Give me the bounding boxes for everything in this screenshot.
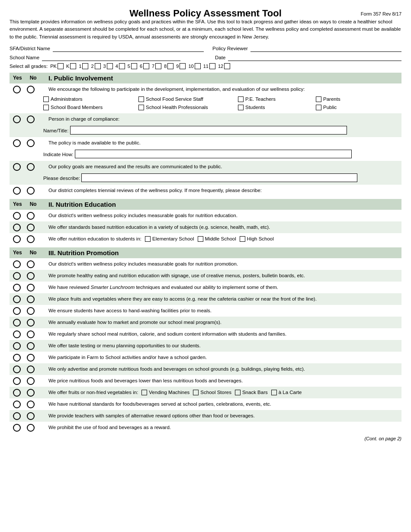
check-middle[interactable]: Middle School [198, 235, 236, 243]
s1r4-no-radio[interactable] [27, 163, 35, 171]
s3r10-yes-radio[interactable] [13, 365, 21, 373]
s1r5-yes-radio[interactable] [13, 187, 21, 195]
grade-7[interactable]: 7 [152, 63, 162, 69]
s3r7-text: We regularly share school meal nutrition… [48, 330, 398, 338]
indicate-how-input[interactable] [75, 150, 352, 158]
s3r7-yes-radio[interactable] [13, 330, 21, 338]
s2r3-text: We offer nutrition education to students… [48, 235, 141, 243]
grade-2[interactable]: 2 [91, 63, 101, 69]
s3r4-yes-radio[interactable] [13, 295, 21, 303]
s2r3-no-radio[interactable] [27, 235, 35, 243]
sfa-input[interactable] [53, 45, 204, 52]
sfa-label: SFA/District Name [10, 46, 50, 51]
s3r2-yes-radio[interactable] [13, 272, 21, 280]
check-administrators[interactable]: Administrators [43, 96, 138, 102]
s2r2-yes-radio[interactable] [13, 224, 21, 231]
s3r9-yes-radio[interactable] [13, 354, 21, 362]
s3-row14: We provide teachers with samples of alte… [10, 410, 401, 422]
s3-row12: We offer fruits or non-fried vegetables … [10, 387, 401, 398]
policy-reviewer-label: Policy Reviewer [212, 46, 248, 51]
intro-text: This template provides information on we… [10, 18, 401, 41]
s2r2-no-radio[interactable] [27, 224, 35, 231]
s3r4-no-radio[interactable] [27, 295, 35, 303]
check-parents[interactable]: Parents [316, 96, 340, 102]
s1r1-yes-radio[interactable] [13, 86, 21, 93]
s2r3-yes-radio[interactable] [13, 235, 21, 243]
date-input[interactable] [228, 54, 401, 61]
check-school-board[interactable]: School Board Members [43, 105, 138, 110]
s1r3-no-radio[interactable] [27, 139, 35, 147]
s3r13-no-radio[interactable] [27, 401, 35, 408]
check-a-la-carte[interactable]: à La Carte [271, 389, 302, 396]
school-name-input[interactable] [42, 54, 180, 61]
s3r14-yes-radio[interactable] [13, 412, 21, 420]
s3r8-no-radio[interactable] [27, 342, 35, 350]
please-describe-label: Please describe: [43, 175, 80, 180]
s1r2-yes-radio[interactable] [13, 115, 21, 123]
s3r12-text: We offer fruits or non-fried vegetables … [48, 389, 138, 396]
grade-5[interactable]: 5 [128, 63, 138, 69]
yes-label-s2: Yes [13, 201, 22, 207]
s1r3-yes-radio[interactable] [13, 139, 21, 147]
s3r9-no-radio[interactable] [27, 354, 35, 362]
grade-12[interactable]: 12 [218, 63, 231, 69]
s3r11-no-radio[interactable] [27, 377, 35, 385]
participation-checkboxes-row2: School Board Members School Health Profe… [10, 103, 401, 112]
s3r1-yes-radio[interactable] [13, 260, 21, 268]
s1r2-no-radio[interactable] [27, 115, 35, 123]
grade-1[interactable]: 1 [79, 63, 89, 69]
s3r5-yes-radio[interactable] [13, 307, 21, 315]
s3r7-no-radio[interactable] [27, 330, 35, 338]
s3r15-no-radio[interactable] [27, 424, 35, 432]
s3r13-text: We have nutritional standards for foods/… [48, 400, 398, 408]
grade-k[interactable]: K [66, 63, 77, 69]
s3r2-text: We promote healthy eating and nutrition … [48, 272, 398, 279]
section2-header: Yes No II. Nutrition Education [10, 199, 401, 210]
grade-3[interactable]: 3 [103, 63, 114, 69]
s3r12-no-radio[interactable] [27, 389, 35, 397]
grade-pk[interactable]: PK [50, 63, 64, 69]
s3r15-yes-radio[interactable] [13, 424, 21, 432]
please-describe-input[interactable] [81, 173, 357, 182]
s2r1-no-radio[interactable] [27, 212, 35, 220]
s3r1-no-radio[interactable] [27, 260, 35, 268]
s3r5-no-radio[interactable] [27, 307, 35, 315]
s2r1-yes-radio[interactable] [13, 212, 21, 220]
policy-reviewer-input[interactable] [250, 45, 401, 52]
s1r4-text: Our policy goals are measured and the re… [48, 163, 398, 170]
s3r10-no-radio[interactable] [27, 365, 35, 373]
s3r14-no-radio[interactable] [27, 412, 35, 420]
check-school-stores[interactable]: School Stores [193, 389, 231, 396]
check-health-professionals[interactable]: School Health Professionals [138, 105, 238, 110]
s3r3-text: We have reviewed Smarter Lunchroom techn… [48, 283, 398, 291]
s3r6-yes-radio[interactable] [13, 319, 21, 327]
grade-9[interactable]: 9 [176, 63, 186, 69]
section3-title: III. Nutrition Promotion [48, 249, 119, 256]
grade-11[interactable]: 11 [203, 63, 216, 69]
check-high[interactable]: High School [240, 235, 274, 243]
s1-row4: Our policy goals are measured and the re… [10, 161, 401, 173]
s3r6-no-radio[interactable] [27, 319, 35, 327]
grade-6[interactable]: 6 [140, 63, 150, 69]
grade-4[interactable]: 4 [116, 63, 126, 69]
s3r12-yes-radio[interactable] [13, 389, 21, 397]
grade-10[interactable]: 10 [188, 63, 201, 69]
check-snack-bars[interactable]: Snack Bars [235, 389, 268, 396]
s1r4-yes-radio[interactable] [13, 163, 21, 171]
check-elementary[interactable]: Elementary School [145, 235, 194, 243]
s1r5-no-radio[interactable] [27, 187, 35, 195]
check-pe-teachers[interactable]: P.E. Teachers [238, 96, 316, 102]
s3r3-no-radio[interactable] [27, 284, 35, 292]
s3r11-yes-radio[interactable] [13, 377, 21, 385]
grade-8[interactable]: 8 [164, 63, 174, 69]
check-school-food-service[interactable]: School Food Service Staff [138, 96, 238, 102]
check-public[interactable]: Public [316, 105, 337, 110]
s3r8-yes-radio[interactable] [13, 342, 21, 350]
s3r13-yes-radio[interactable] [13, 401, 21, 408]
check-students[interactable]: Students [238, 105, 316, 110]
s3r3-yes-radio[interactable] [13, 284, 21, 292]
s3r2-no-radio[interactable] [27, 272, 35, 280]
check-vending-machines[interactable]: Vending Machines [141, 389, 189, 396]
name-title-input[interactable] [70, 126, 347, 135]
s1r1-no-radio[interactable] [27, 86, 35, 93]
